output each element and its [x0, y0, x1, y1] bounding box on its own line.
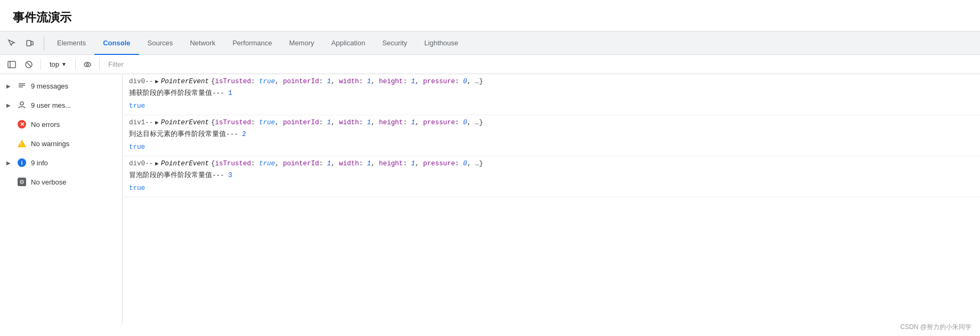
info-label: 9 info [31, 159, 48, 167]
sidebar-item-info[interactable]: ▶ i 9 info [0, 153, 122, 172]
context-label: top [50, 60, 59, 68]
toolbar-divider [41, 59, 41, 70]
expand-arrow-icon: ▶ [6, 83, 13, 89]
verbose-icon: ⚙ [17, 177, 27, 187]
console-entry-1: div0-- ▶ PointerEvent {isTrusted: true, … [123, 74, 980, 115]
console-text-1: 捕获阶段的事件阶段常量值--- 1 [129, 87, 974, 100]
tab-network[interactable]: Network [181, 32, 224, 55]
tab-list: Elements Console Sources Network Perform… [49, 31, 467, 54]
messages-icon [17, 81, 27, 91]
user-messages-label: 9 user mes... [31, 101, 71, 109]
sidebar-item-user-messages[interactable]: ▶ 9 user mes... [0, 95, 122, 115]
expand-arrow-3[interactable]: ▶ [155, 159, 159, 169]
console-entry-3: div0-- ▶ PointerEvent {isTrusted: true, … [123, 156, 980, 197]
error-icon: ✕ [17, 119, 27, 129]
console-line-pointer-2: div1-- ▶ PointerEvent {isTrusted: true, … [129, 117, 974, 128]
tab-console[interactable]: Console [94, 32, 139, 55]
div-label-1: div0-- [129, 76, 153, 87]
sidebar-item-errors[interactable]: ✕ No errors [0, 115, 122, 134]
device-toolbar-button[interactable] [22, 36, 37, 51]
console-bool-1: true [129, 100, 974, 113]
sidebar-item-messages[interactable]: ▶ 9 messages [0, 76, 122, 95]
console-text-3: 冒泡阶段的事件阶段常量值--- 3 [129, 169, 974, 182]
event-type-1: PointerEvent [161, 76, 209, 87]
messages-label: 9 messages [31, 82, 68, 90]
svg-point-7 [86, 63, 89, 66]
expand-arrow-2[interactable]: ▶ [155, 118, 159, 128]
devtools-icon-buttons [4, 36, 44, 51]
event-type-2: PointerEvent [161, 117, 209, 128]
console-entry-2: div1-- ▶ PointerEvent {isTrusted: true, … [123, 115, 980, 156]
devtools-panel: Elements Console Sources Network Perform… [0, 31, 980, 324]
props-2: {isTrusted: true, pointerId: 1, width: 1… [211, 117, 483, 128]
console-output[interactable]: div0-- ▶ PointerEvent {isTrusted: true, … [123, 74, 980, 324]
clear-console-button[interactable] [21, 57, 36, 72]
tab-lighthouse[interactable]: Lighthouse [416, 32, 467, 55]
expand-arrow-icon: ▶ [6, 160, 13, 166]
svg-point-6 [84, 62, 91, 67]
div-label-2: div1-- [129, 117, 153, 128]
sidebar-toggle-button[interactable] [4, 57, 19, 72]
toolbar-divider-3 [99, 59, 100, 70]
tab-bar: Elements Console Sources Network Perform… [0, 31, 980, 55]
tab-sources[interactable]: Sources [139, 32, 182, 55]
filter-input[interactable] [104, 58, 976, 70]
tab-security[interactable]: Security [374, 32, 416, 55]
console-text-2: 到达目标元素的事件阶段常量值--- 2 [129, 128, 974, 141]
tab-memory[interactable]: Memory [280, 32, 323, 55]
verbose-label: No verbose [31, 178, 66, 186]
sidebar-item-verbose[interactable]: ⚙ No verbose [0, 172, 122, 191]
props-1: {isTrusted: true, pointerId: 1, width: 1… [211, 76, 483, 87]
event-type-3: PointerEvent [161, 158, 209, 169]
svg-rect-2 [8, 61, 15, 68]
svg-point-11 [20, 102, 23, 105]
svg-line-5 [27, 62, 31, 67]
eye-button[interactable] [80, 57, 95, 72]
context-selector[interactable]: top ▼ [45, 59, 71, 69]
console-line-pointer-3: div0-- ▶ PointerEvent {isTrusted: true, … [129, 158, 974, 169]
dropdown-arrow-icon: ▼ [61, 61, 67, 67]
tab-application[interactable]: Application [323, 32, 374, 55]
info-icon: i [17, 158, 27, 167]
console-sidebar: ▶ 9 messages ▶ [0, 74, 123, 324]
expand-arrow-1[interactable]: ▶ [155, 77, 159, 87]
console-bool-2: true [129, 141, 974, 154]
watermark: CSDN @努力的小朱同学 [900, 323, 971, 332]
svg-rect-1 [31, 42, 33, 45]
user-icon [17, 100, 27, 110]
props-3: {isTrusted: true, pointerId: 1, width: 1… [211, 158, 483, 169]
svg-rect-0 [27, 41, 31, 46]
console-main-area: ▶ 9 messages ▶ [0, 74, 980, 324]
page-title: 事件流演示 [13, 10, 967, 26]
div-label-3: div0-- [129, 158, 153, 169]
toolbar-divider-2 [75, 59, 76, 70]
sidebar-item-warnings[interactable]: ! No warnings [0, 134, 122, 153]
tab-performance[interactable]: Performance [224, 32, 280, 55]
console-toolbar: top ▼ [0, 55, 980, 74]
tab-elements[interactable]: Elements [49, 32, 94, 55]
console-bool-3: true [129, 182, 974, 195]
errors-label: No errors [31, 121, 60, 129]
console-line-pointer-1: div0-- ▶ PointerEvent {isTrusted: true, … [129, 76, 974, 87]
warning-icon: ! [17, 139, 27, 148]
inspect-element-button[interactable] [4, 36, 19, 51]
expand-arrow-icon: ▶ [6, 102, 13, 108]
warnings-label: No warnings [31, 140, 69, 148]
